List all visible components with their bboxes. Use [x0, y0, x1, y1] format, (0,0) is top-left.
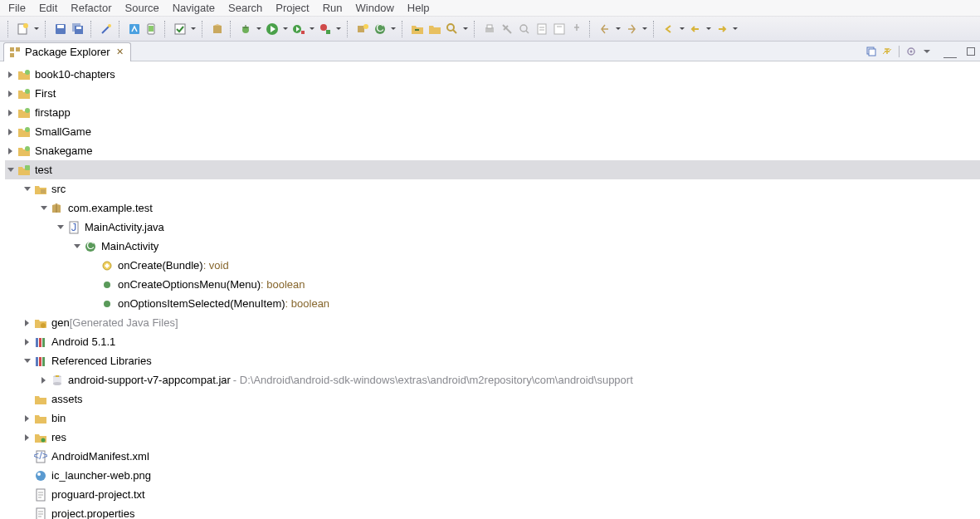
chevron-down-icon[interactable]: [22, 355, 33, 367]
tree-item[interactable]: assets: [5, 389, 980, 409]
close-icon[interactable]: ✕: [116, 47, 124, 57]
chevron-right-icon[interactable]: [22, 432, 33, 443]
chevron-down-icon[interactable]: [55, 222, 66, 233]
back-icon[interactable]: [661, 22, 676, 37]
tree-item[interactable]: res: [5, 428, 980, 447]
junit-icon[interactable]: [552, 22, 567, 37]
chevron-right-icon[interactable]: [22, 317, 33, 329]
dropdown-icon[interactable]: [462, 22, 469, 37]
prev-annotation-icon[interactable]: [597, 22, 612, 37]
tree-item[interactable]: com.example.test: [5, 198, 980, 218]
menu-item[interactable]: Help: [407, 2, 430, 14]
tree-item[interactable]: project.properties: [5, 504, 980, 519]
dropdown-icon[interactable]: [390, 22, 397, 37]
chevron-right-icon[interactable]: [5, 145, 17, 157]
chevron-right-icon[interactable]: [5, 126, 17, 138]
tree-item[interactable]: onCreate(Bundle) : void: [5, 256, 980, 275]
chevron-right-icon[interactable]: [22, 336, 33, 348]
view-menu-icon[interactable]: [920, 45, 934, 58]
link-editor-icon[interactable]: [880, 45, 894, 58]
sdk-icon[interactable]: [127, 22, 142, 37]
maximize-icon[interactable]: [967, 47, 975, 56]
collapse-all-icon[interactable]: [865, 45, 878, 58]
external-tools-icon[interactable]: [318, 22, 333, 37]
menu-item[interactable]: Source: [125, 2, 159, 14]
dropdown-icon[interactable]: [679, 22, 685, 37]
dropdown-icon[interactable]: [33, 22, 40, 37]
annotation-icon[interactable]: [500, 22, 514, 37]
tree-item[interactable]: firstapp: [5, 103, 980, 122]
tree-item[interactable]: </>AndroidManifest.xml: [5, 447, 980, 466]
menu-item[interactable]: Navigate: [173, 2, 215, 14]
tree-item[interactable]: First: [5, 84, 980, 103]
run-last-icon[interactable]: [291, 22, 306, 37]
dropdown-icon[interactable]: [705, 22, 712, 37]
tree-item[interactable]: proguard-project.txt: [5, 485, 980, 504]
new-icon[interactable]: [16, 22, 31, 37]
dropdown-icon[interactable]: [732, 22, 739, 37]
package-explorer-tree[interactable]: book10-chaptersFirstfirstappSmallGameSna…: [0, 61, 980, 519]
tree-item[interactable]: android-support-v7-appcompat.jar - D:\An…: [5, 370, 980, 389]
tree-item[interactable]: SmallGame: [5, 122, 980, 141]
tab-package-explorer[interactable]: Package Explorer ✕: [3, 42, 131, 61]
package-icon[interactable]: [210, 22, 225, 37]
menu-item[interactable]: Search: [228, 2, 262, 14]
chevron-down-icon[interactable]: [22, 184, 33, 195]
check-icon[interactable]: [173, 22, 188, 37]
chevron-right-icon[interactable]: [5, 107, 17, 119]
tree-item[interactable]: src: [5, 179, 980, 198]
open-task-icon[interactable]: [427, 22, 442, 37]
search-icon[interactable]: [445, 22, 460, 37]
tree-item[interactable]: test: [5, 160, 980, 179]
save-icon[interactable]: [53, 22, 68, 37]
menu-item[interactable]: Refactor: [71, 2, 111, 14]
run-icon[interactable]: [265, 22, 280, 37]
tree-item[interactable]: onOptionsItemSelected(MenuItem) : boolea…: [5, 294, 980, 313]
menu-item[interactable]: Run: [323, 2, 343, 14]
open-type-icon[interactable]: [410, 22, 425, 37]
save-all-icon[interactable]: [71, 22, 85, 37]
tree-item[interactable]: book10-chapters: [5, 65, 980, 84]
new-class-icon[interactable]: C: [373, 22, 388, 37]
tree-item[interactable]: Referenced Libraries: [5, 351, 980, 370]
dropdown-icon[interactable]: [335, 22, 342, 37]
tree-item[interactable]: gen [Generated Java Files]: [5, 313, 980, 332]
chevron-right-icon[interactable]: [5, 69, 17, 81]
avd-icon[interactable]: [144, 22, 159, 37]
pin-icon[interactable]: [569, 22, 584, 37]
task-icon[interactable]: [534, 22, 549, 37]
dropdown-icon[interactable]: [641, 22, 648, 37]
debug-icon[interactable]: [238, 22, 253, 37]
chevron-down-icon[interactable]: [5, 164, 17, 176]
dropdown-icon[interactable]: [615, 22, 622, 37]
minimize-icon[interactable]: [943, 48, 957, 58]
tree-item[interactable]: ic_launcher-web.png: [5, 466, 980, 485]
chevron-right-icon[interactable]: [38, 375, 50, 386]
tree-item[interactable]: Snakegame: [5, 141, 980, 160]
chevron-right-icon[interactable]: [22, 413, 33, 424]
tree-item[interactable]: bin: [5, 409, 980, 428]
wand-icon[interactable]: [99, 22, 114, 37]
tree-item[interactable]: JMainActivity.java: [5, 218, 980, 237]
dropdown-icon[interactable]: [309, 22, 315, 37]
menu-item[interactable]: File: [8, 2, 26, 14]
tree-item[interactable]: Android 5.1.1: [5, 332, 980, 351]
dropdown-icon[interactable]: [190, 22, 197, 37]
back-history-icon[interactable]: [688, 22, 703, 37]
menu-item[interactable]: Project: [275, 2, 309, 14]
menu-item[interactable]: Edit: [39, 2, 57, 14]
print-icon[interactable]: [482, 22, 497, 37]
chevron-right-icon[interactable]: [5, 88, 17, 100]
dropdown-icon[interactable]: [282, 22, 289, 37]
tree-item[interactable]: onCreateOptionsMenu(Menu) : boolean: [5, 275, 980, 294]
forward-icon[interactable]: [714, 22, 729, 37]
chevron-down-icon[interactable]: [38, 203, 50, 214]
next-annotation-icon[interactable]: [624, 22, 639, 37]
tree-item[interactable]: CMainActivity: [5, 237, 980, 256]
dropdown-icon[interactable]: [256, 22, 262, 37]
focus-task-icon[interactable]: [904, 45, 918, 58]
find-icon[interactable]: [517, 22, 532, 37]
menu-item[interactable]: Window: [356, 2, 394, 14]
chevron-down-icon[interactable]: [71, 241, 83, 252]
new-package-icon[interactable]: [355, 22, 370, 37]
